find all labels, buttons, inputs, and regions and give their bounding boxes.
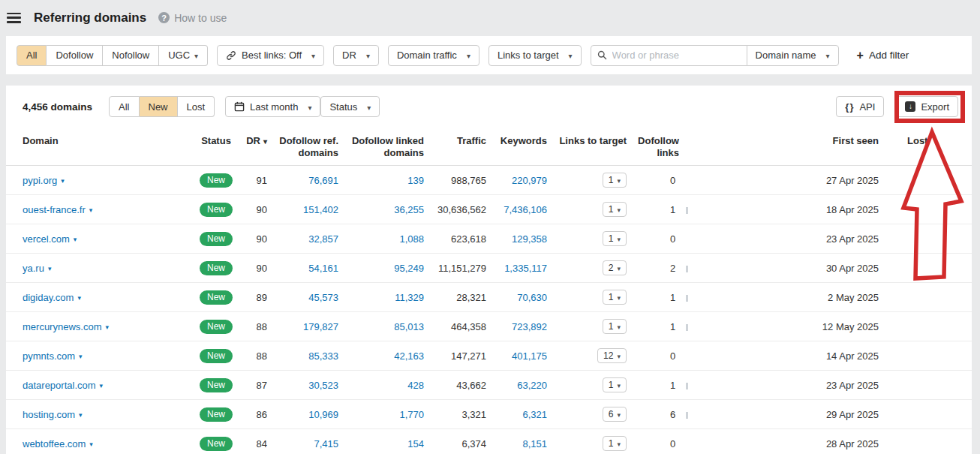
domain-traffic-dropdown[interactable]: Domain traffic (388, 45, 479, 66)
domain-link[interactable]: digiday.com (23, 292, 74, 303)
dofollow-linked-link[interactable]: 11,329 (395, 292, 424, 303)
table-row[interactable]: pypi.org New 91 76,691 139 988,765 220,9… (6, 166, 972, 195)
keywords-link[interactable]: 7,436,106 (504, 204, 547, 215)
col-header-dofollow-linked[interactable]: Dofollow linked domains (338, 126, 424, 166)
col-header-links-to-target[interactable]: Links to target (547, 126, 627, 166)
menu-icon[interactable] (7, 13, 21, 23)
tab-nofollow[interactable]: Nofollow (103, 45, 159, 66)
links-to-target-select[interactable]: 1 (603, 436, 627, 451)
dofollow-ref-link[interactable]: 10,969 (308, 409, 338, 420)
domain-link[interactable]: webtoffee.com (23, 438, 86, 449)
keywords-link[interactable]: 8,151 (522, 438, 547, 449)
domain-link[interactable]: ouest-france.fr (23, 204, 86, 215)
links-to-target-select[interactable]: 1 (603, 290, 627, 305)
domain-link[interactable]: datareportal.com (23, 380, 96, 391)
keywords-link[interactable]: 63,220 (517, 380, 547, 391)
api-button[interactable]: {}API (836, 96, 884, 117)
dofollow-linked-link[interactable]: 154 (407, 438, 424, 449)
table-row[interactable]: hosting.com New 86 10,969 1,770 3,321 6,… (6, 400, 972, 429)
keywords-link[interactable]: 723,892 (512, 321, 547, 332)
domain-caret-icon[interactable] (70, 233, 77, 245)
links-to-target-select[interactable]: 1 (603, 231, 627, 246)
domain-link[interactable]: mercurynews.com (23, 321, 101, 332)
status-filter-dropdown[interactable]: Status (320, 96, 380, 117)
col-header-keywords[interactable]: Keywords (486, 126, 547, 166)
links-to-target-select[interactable]: 1 (603, 173, 627, 188)
table-row[interactable]: ya.ru New 90 54,161 95,249 11,151,279 1,… (6, 254, 972, 283)
dofollow-linked-link[interactable]: 36,255 (394, 204, 424, 215)
domain-caret-icon[interactable] (57, 175, 65, 186)
help-link[interactable]: ? How to use (158, 12, 227, 24)
domain-caret-icon[interactable] (101, 321, 109, 332)
tab-status-all[interactable]: All (109, 96, 139, 117)
col-header-status[interactable]: Status (195, 126, 237, 166)
best-links-dropdown[interactable]: Best links: Off (217, 45, 324, 66)
dofollow-ref-link[interactable]: 179,827 (303, 321, 338, 332)
date-range-dropdown[interactable]: Last month (225, 96, 320, 117)
domain-caret-icon[interactable] (86, 438, 93, 449)
dofollow-ref-link[interactable]: 30,523 (308, 380, 338, 391)
dofollow-linked-link[interactable]: 428 (407, 380, 424, 391)
tab-dofollow[interactable]: Dofollow (47, 45, 103, 66)
domain-caret-icon[interactable] (96, 380, 104, 391)
links-to-target-select[interactable]: 12 (597, 348, 627, 363)
add-filter-button[interactable]: +Add filter (857, 49, 909, 62)
dofollow-ref-link[interactable]: 32,857 (308, 233, 338, 245)
domain-link[interactable]: vercel.com (23, 233, 70, 245)
dofollow-ref-link[interactable]: 151,402 (303, 204, 338, 215)
tab-ugc[interactable]: UGC (159, 45, 208, 66)
dofollow-linked-link[interactable]: 139 (407, 175, 424, 186)
dofollow-linked-link[interactable]: 1,088 (399, 233, 424, 245)
col-header-lost[interactable]: Lost (879, 126, 972, 166)
dofollow-linked-link[interactable]: 95,249 (394, 263, 424, 274)
tab-status-new[interactable]: New (140, 96, 178, 117)
domain-caret-icon[interactable] (74, 292, 81, 303)
keywords-link[interactable]: 401,175 (512, 350, 547, 362)
dofollow-linked-link[interactable]: 1,770 (399, 409, 424, 420)
links-to-target-dropdown[interactable]: Links to target (488, 45, 582, 66)
dofollow-ref-link[interactable]: 7,415 (314, 438, 338, 449)
keywords-link[interactable]: 129,358 (512, 233, 547, 245)
table-row[interactable]: digiday.com New 89 45,573 11,329 28,321 … (6, 283, 972, 312)
domain-caret-icon[interactable] (75, 409, 83, 420)
dofollow-ref-link[interactable]: 76,691 (308, 175, 338, 186)
tab-status-lost[interactable]: Lost (178, 96, 215, 117)
col-header-dofollow-ref[interactable]: Dofollow ref. domains (267, 126, 338, 166)
col-header-dofollow-links[interactable]: Dofollow links (627, 126, 694, 166)
table-row[interactable]: datareportal.com New 87 30,523 428 43,66… (6, 371, 972, 400)
links-to-target-select[interactable]: 1 (603, 377, 627, 392)
table-row[interactable]: webtoffee.com New 84 7,415 154 6,374 8,1… (6, 429, 972, 454)
search-mode-dropdown[interactable]: Domain name (747, 45, 839, 66)
table-row[interactable]: mercurynews.com New 88 179,827 85,013 46… (6, 312, 972, 341)
col-header-dr[interactable]: DR (237, 126, 267, 166)
keywords-link[interactable]: 220,979 (512, 175, 547, 186)
dofollow-ref-link[interactable]: 45,573 (308, 292, 338, 303)
links-to-target-select[interactable]: 1 (603, 202, 627, 217)
domain-link[interactable]: hosting.com (23, 409, 75, 420)
dofollow-ref-link[interactable]: 54,161 (308, 263, 338, 274)
table-row[interactable]: vercel.com New 90 32,857 1,088 623,618 1… (6, 224, 972, 254)
dofollow-ref-link[interactable]: 85,333 (308, 350, 338, 362)
domain-caret-icon[interactable] (86, 204, 93, 215)
keywords-link[interactable]: 1,335,117 (504, 263, 547, 274)
tab-all[interactable]: All (17, 45, 47, 66)
domain-link[interactable]: ya.ru (23, 263, 44, 274)
export-button[interactable]: ↓Export (896, 96, 958, 117)
links-to-target-select[interactable]: 2 (603, 260, 627, 275)
dr-filter-dropdown[interactable]: DR (333, 45, 379, 66)
col-header-first-seen[interactable]: First seen (694, 126, 879, 166)
links-to-target-select[interactable]: 1 (603, 319, 627, 334)
dofollow-linked-link[interactable]: 42,163 (394, 350, 424, 362)
domain-link[interactable]: pypi.org (23, 175, 57, 186)
domain-caret-icon[interactable] (75, 350, 83, 362)
domain-caret-icon[interactable] (44, 263, 52, 274)
links-to-target-select[interactable]: 6 (603, 407, 627, 422)
col-header-traffic[interactable]: Traffic (424, 126, 486, 166)
table-row[interactable]: pymnts.com New 88 85,333 42,163 147,271 … (6, 341, 972, 371)
table-row[interactable]: ouest-france.fr New 90 151,402 36,255 30… (6, 195, 972, 224)
dofollow-linked-link[interactable]: 85,013 (394, 321, 424, 332)
keywords-link[interactable]: 6,321 (522, 409, 547, 420)
keywords-link[interactable]: 70,630 (517, 292, 547, 303)
col-header-domain[interactable]: Domain (6, 126, 195, 166)
search-input[interactable] (612, 50, 741, 61)
